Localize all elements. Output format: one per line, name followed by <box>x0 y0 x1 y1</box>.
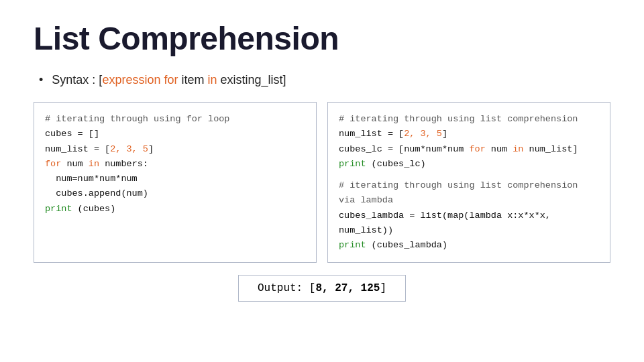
output-box: Output: [8, 27, 125] <box>238 275 406 302</box>
left-line1: cubes = [] <box>45 127 305 141</box>
right-code-box: # iterating through using list comprehen… <box>327 102 610 263</box>
right-line3: print (cubes_lc) <box>339 157 599 172</box>
right-comment2: # iterating through using list comprehen… <box>339 178 599 208</box>
left-line6: print (cubes) <box>45 202 305 217</box>
left-comment1: # iterating through using for loop <box>45 112 305 127</box>
left-line4: num=num*num*num <box>45 172 305 186</box>
right-comment1: # iterating through using list comprehen… <box>339 112 599 127</box>
bullet: • <box>39 73 43 86</box>
right-line2: cubes_lc = [num*num*num for num in num_l… <box>339 142 599 157</box>
page-title: List Comprehension <box>34 20 610 57</box>
syntax-line: • Syntax : [expression for item in exist… <box>34 73 610 87</box>
right-line5: print (cubes_lambda) <box>339 238 599 253</box>
right-line4: cubes_lambda = list(map(lambda x:x*x*x, … <box>339 208 599 239</box>
left-line2: num_list = [2, 3, 5] <box>45 142 305 157</box>
output-label: Output: [8, 27, 125] <box>258 282 386 294</box>
left-line3: for num in numbers: <box>45 157 305 172</box>
left-code-box: # iterating through using for loop cubes… <box>34 102 317 263</box>
left-line5: cubes.append(num) <box>45 186 305 201</box>
syntax-text: Syntax : [expression for item in existin… <box>52 73 286 86</box>
code-panels: # iterating through using for loop cubes… <box>34 102 610 263</box>
output-wrap: Output: [8, 27, 125] <box>34 275 610 302</box>
right-line1: num_list = [2, 3, 5] <box>339 127 599 141</box>
